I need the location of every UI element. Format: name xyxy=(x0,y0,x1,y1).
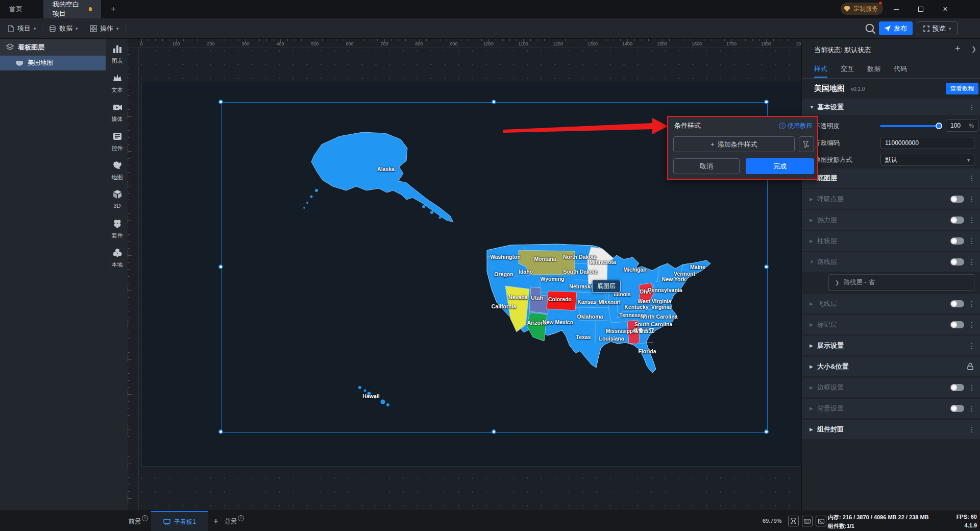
section-12[interactable]: ▶组件封面⋮ xyxy=(802,420,980,439)
opacity-slider[interactable] xyxy=(880,125,941,127)
subboard-tab[interactable]: 子看板1 xyxy=(151,511,208,531)
section-10[interactable]: ▶边框设置⋮ xyxy=(802,378,980,397)
library-item-7[interactable]: 套件 xyxy=(106,219,128,239)
done-button[interactable]: 完成 xyxy=(746,158,814,174)
section-basic-settings[interactable]: ▼ 基本设置 ⋮ xyxy=(802,99,980,115)
close-button[interactable]: × xyxy=(938,3,952,15)
subsection-route-province[interactable]: ❯路线层 - 省 xyxy=(802,273,980,293)
kebab-menu-icon[interactable]: ⋮ xyxy=(968,404,975,413)
local-icon xyxy=(112,248,122,258)
hawaii-shape[interactable] xyxy=(352,380,398,408)
section-3[interactable]: ▶热力层⋮ xyxy=(802,210,980,230)
kebab-menu-icon[interactable]: ⋮ xyxy=(968,103,975,111)
section-11[interactable]: ▶背景设置⋮ xyxy=(802,399,980,418)
library-item-3[interactable]: 媒体 xyxy=(106,102,128,123)
section-9[interactable]: ▶大小&位置 xyxy=(802,357,980,376)
tab-interaction[interactable]: 交互 xyxy=(841,64,854,74)
library-item-6[interactable]: 3D xyxy=(106,189,128,209)
chevron-right-icon: ▶ xyxy=(810,322,816,327)
filter-add-button[interactable] xyxy=(799,136,814,152)
kebab-menu-icon[interactable]: ⋮ xyxy=(968,300,975,308)
cancel-button[interactable]: 取消 xyxy=(673,158,740,174)
menu-operation[interactable]: 操作▾ xyxy=(90,18,119,39)
toggle-switch-off[interactable] xyxy=(950,258,964,266)
toggle-switch-off[interactable] xyxy=(950,196,964,203)
library-item-1[interactable]: 图表 xyxy=(106,44,128,65)
background-tab[interactable]: 背景 + xyxy=(225,511,244,531)
library-item-4[interactable]: 控件 xyxy=(106,131,128,152)
add-foreground-icon[interactable]: + xyxy=(142,515,148,521)
shortcut-keys-button[interactable] xyxy=(802,516,813,526)
kebab-menu-icon[interactable]: ⋮ xyxy=(968,258,975,266)
tab-data[interactable]: 数据 xyxy=(867,64,880,74)
lock-icon[interactable] xyxy=(966,363,974,371)
window-tab-project[interactable]: 我的空白项目 xyxy=(43,0,101,18)
tab-code[interactable]: 代码 xyxy=(894,64,907,74)
section-1[interactable]: ▶底图层⋮ xyxy=(802,168,980,188)
kebab-menu-icon[interactable]: ⋮ xyxy=(968,425,975,433)
library-item-8[interactable]: 本地 xyxy=(106,248,128,269)
custom-service-badge[interactable]: 定制服务 xyxy=(841,3,883,15)
section-7[interactable]: ▶标记层⋮ xyxy=(802,315,980,334)
projection-select[interactable]: 默认 ▾ xyxy=(880,154,974,166)
library-item-5[interactable]: 地图 xyxy=(106,160,128,181)
publish-button[interactable]: 发布 xyxy=(879,21,913,35)
add-state-button[interactable]: + xyxy=(955,43,961,54)
add-background-icon[interactable]: + xyxy=(238,515,244,521)
add-conditional-style-button[interactable]: + 添加条件样式 xyxy=(673,136,795,152)
kebab-menu-icon[interactable]: ⋮ xyxy=(968,342,975,350)
menu-project[interactable]: 项目▾ xyxy=(7,18,36,39)
toggle-switch-off[interactable] xyxy=(950,405,964,412)
memory-stats: 内存: 216 / 3870 / 4096 MB 22 / 238 MB xyxy=(828,514,929,521)
chevron-right-icon: ▶ xyxy=(810,406,816,411)
view-tutorial-label: 查看教程 xyxy=(950,85,974,92)
maximize-button[interactable] xyxy=(914,3,928,15)
kebab-menu-icon[interactable]: ⋮ xyxy=(968,195,975,203)
library-item-2[interactable]: 文本 xyxy=(106,73,128,94)
section-4[interactable]: ▶柱状层⋮ xyxy=(802,231,980,251)
kebab-menu-icon[interactable]: ⋮ xyxy=(968,321,975,329)
usa-map-shape[interactable] xyxy=(480,235,725,383)
preview-button[interactable]: 预览 ▾ xyxy=(917,21,958,35)
toggle-switch-off[interactable] xyxy=(950,300,964,307)
search-icon xyxy=(864,22,876,35)
layer-item-usa-map[interactable]: 美国地图 xyxy=(0,56,106,70)
toggle-switch-off[interactable] xyxy=(950,384,964,391)
ruler-tick xyxy=(461,39,461,41)
kebab-menu-icon[interactable]: ⋮ xyxy=(968,383,975,392)
toggle-switch-off[interactable] xyxy=(950,216,964,224)
ruler-tick xyxy=(704,39,704,41)
state-alabama xyxy=(627,320,640,344)
section-6[interactable]: ▶飞线层⋮ xyxy=(802,294,980,313)
tab-style[interactable]: 样式 xyxy=(814,64,827,74)
toggle-switch-off[interactable] xyxy=(950,321,964,328)
kebab-menu-icon[interactable]: ⋮ xyxy=(968,216,975,224)
menu-data[interactable]: 数据▾ xyxy=(49,18,78,39)
add-subboard-button[interactable]: + xyxy=(209,511,223,531)
section-8[interactable]: ▶展示设置⋮ xyxy=(802,336,980,355)
new-tab-button[interactable]: + xyxy=(108,4,118,14)
foreground-tab[interactable]: 前景 + xyxy=(129,511,148,531)
kebab-menu-icon[interactable]: ⋮ xyxy=(968,174,975,182)
menu-bar: 项目▾ 数据▾ 操作▾ xyxy=(0,18,980,39)
window-tab-home[interactable]: 首页 xyxy=(0,0,32,18)
view-tutorial-button[interactable]: 查看教程 xyxy=(946,83,978,94)
tutorial-link[interactable]: ? 使用教程 xyxy=(779,122,812,130)
kebab-menu-icon[interactable]: ⋮ xyxy=(968,237,975,245)
opacity-slider-knob[interactable] xyxy=(936,123,942,129)
zoom-level[interactable]: 69.79% xyxy=(763,518,781,524)
admin-code-input[interactable]: 1100000000 xyxy=(880,137,974,149)
ruler-tick xyxy=(128,248,130,249)
fit-screen-button[interactable] xyxy=(788,516,799,526)
expand-states-button[interactable]: ❯ xyxy=(971,45,976,53)
alaska-shape[interactable] xyxy=(301,125,475,227)
opacity-value-box[interactable]: 100 % xyxy=(946,119,978,132)
console-button[interactable] xyxy=(816,516,826,526)
search-button[interactable] xyxy=(864,22,876,35)
section-5[interactable]: ▼路线层⋮ xyxy=(802,252,980,272)
section-2[interactable]: ▶呼吸点层⋮ xyxy=(802,189,980,209)
minimize-button[interactable]: ─ xyxy=(889,3,903,15)
ruler-tick xyxy=(294,39,295,41)
toggle-switch-off[interactable] xyxy=(950,237,964,245)
state-arizona xyxy=(527,312,547,341)
